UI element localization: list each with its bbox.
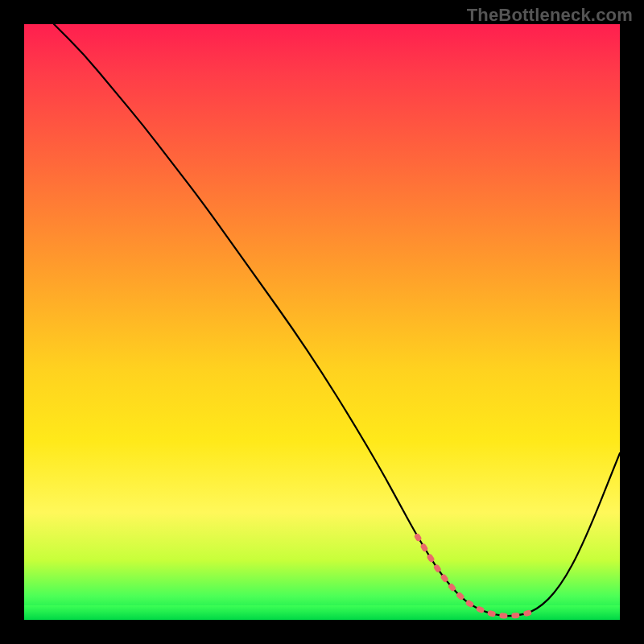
trough-highlight [417,536,536,616]
watermark-text: TheBottleneck.com [467,5,633,26]
bottleneck-curve [54,24,620,616]
plot-area [24,24,620,620]
curve-svg [24,24,620,620]
chart-container: TheBottleneck.com [0,0,644,644]
